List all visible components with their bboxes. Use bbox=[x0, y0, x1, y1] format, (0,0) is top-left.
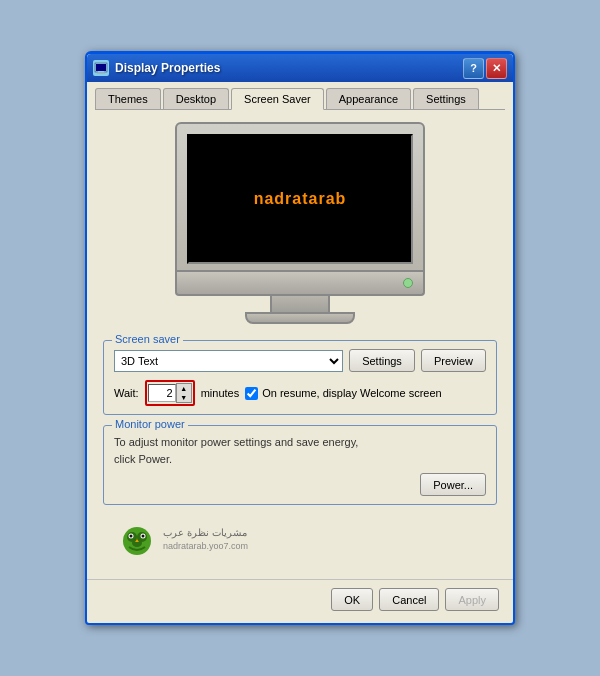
monitor-preview: nadratarab bbox=[103, 122, 497, 324]
power-button[interactable]: Power... bbox=[420, 473, 486, 496]
apply-button[interactable]: Apply bbox=[445, 588, 499, 611]
wait-row: Wait: ▲ ▼ minutes On resume, display Wel… bbox=[114, 380, 486, 406]
settings-button[interactable]: Settings bbox=[349, 349, 415, 372]
display-properties-window: Display Properties ? ✕ Themes Desktop Sc… bbox=[85, 51, 515, 625]
screen-saver-label: Screen saver bbox=[112, 333, 183, 345]
preview-button[interactable]: Preview bbox=[421, 349, 486, 372]
tab-settings[interactable]: Settings bbox=[413, 88, 479, 109]
minutes-label: minutes bbox=[201, 387, 240, 399]
resume-checkbox[interactable] bbox=[245, 387, 258, 400]
cancel-button[interactable]: Cancel bbox=[379, 588, 439, 611]
screen-saver-row: 3D Text Settings Preview bbox=[114, 349, 486, 372]
power-row: Power... bbox=[114, 473, 486, 496]
resume-label: On resume, display Welcome screen bbox=[262, 387, 442, 399]
spinner-up[interactable]: ▲ bbox=[177, 384, 191, 393]
monitor-power-label: Monitor power bbox=[112, 418, 188, 430]
monitor-outer: nadratarab bbox=[175, 122, 425, 324]
svg-rect-2 bbox=[98, 71, 104, 73]
monitor-stand-base bbox=[245, 312, 355, 324]
tab-screensaver[interactable]: Screen Saver bbox=[231, 88, 324, 110]
svg-rect-3 bbox=[97, 73, 105, 74]
watermark-text: مشريات نظرة عرب nadratarab.yoo7.com bbox=[163, 526, 248, 553]
monitor-power-indicator bbox=[403, 278, 413, 288]
screen-saver-dropdown[interactable]: 3D Text bbox=[114, 350, 343, 372]
help-button[interactable]: ? bbox=[463, 58, 484, 79]
screen-text: nadratarab bbox=[254, 190, 347, 208]
tab-bar: Themes Desktop Screen Saver Appearance S… bbox=[87, 82, 513, 109]
monitor-body: nadratarab bbox=[175, 122, 425, 272]
spinner-down[interactable]: ▼ bbox=[177, 393, 191, 402]
svg-point-9 bbox=[130, 535, 133, 538]
resume-checkbox-row: On resume, display Welcome screen bbox=[245, 387, 442, 400]
title-bar: Display Properties ? ✕ bbox=[87, 54, 513, 82]
title-bar-left: Display Properties bbox=[93, 60, 220, 76]
svg-rect-1 bbox=[96, 64, 106, 71]
wait-spinner: ▲ ▼ bbox=[176, 383, 192, 403]
wait-label: Wait: bbox=[114, 387, 139, 399]
title-text: Display Properties bbox=[115, 61, 220, 75]
monitor-bezel-bottom bbox=[175, 272, 425, 296]
window-icon bbox=[93, 60, 109, 76]
monitor-power-section: Monitor power To adjust monitor power se… bbox=[103, 425, 497, 505]
tab-content: nadratarab Screen saver 3D Text Settings bbox=[87, 110, 513, 575]
bottom-bar: OK Cancel Apply bbox=[87, 579, 513, 623]
close-button[interactable]: ✕ bbox=[486, 58, 507, 79]
monitor-screen: nadratarab bbox=[187, 134, 413, 264]
monitor-stand-top bbox=[270, 296, 330, 312]
watermark-arabic: مشريات نظرة عرب bbox=[163, 526, 248, 540]
tab-appearance[interactable]: Appearance bbox=[326, 88, 411, 109]
ok-button[interactable]: OK bbox=[331, 588, 373, 611]
tab-themes[interactable]: Themes bbox=[95, 88, 161, 109]
wait-input-container: ▲ ▼ bbox=[145, 380, 195, 406]
tab-desktop[interactable]: Desktop bbox=[163, 88, 229, 109]
power-description: To adjust monitor power settings and sav… bbox=[114, 434, 486, 467]
monitor-lower bbox=[175, 296, 425, 312]
title-buttons: ? ✕ bbox=[463, 58, 507, 79]
screen-saver-section: Screen saver 3D Text Settings Preview Wa… bbox=[103, 340, 497, 415]
watermark-area: مشريات نظرة عرب nadratarab.yoo7.com bbox=[103, 515, 497, 563]
wait-input[interactable] bbox=[148, 384, 176, 402]
watermark-site: nadratarab.yoo7.com bbox=[163, 540, 248, 553]
svg-point-10 bbox=[142, 535, 145, 538]
watermark-logo bbox=[117, 519, 157, 559]
